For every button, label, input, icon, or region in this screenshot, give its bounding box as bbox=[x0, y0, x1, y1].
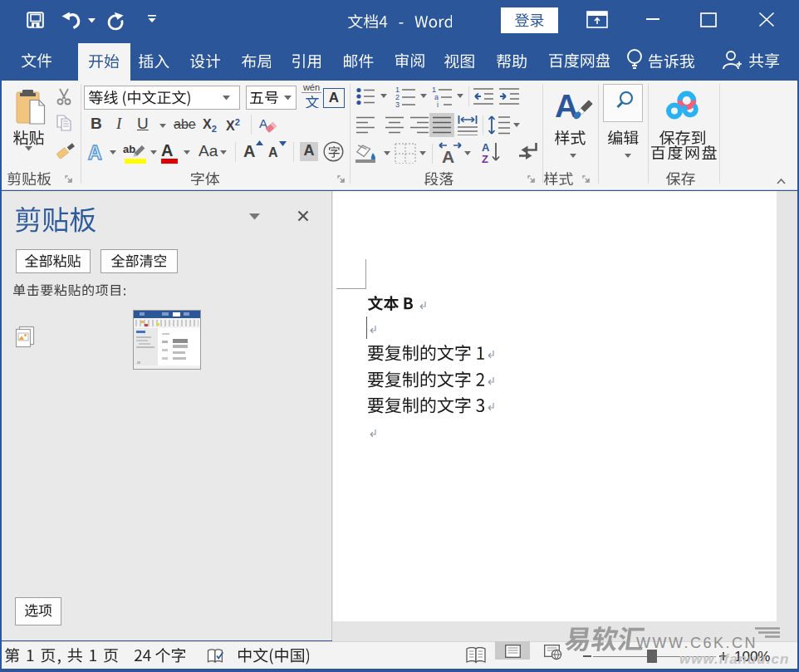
svg-text:A: A bbox=[442, 147, 454, 164]
svg-text:A: A bbox=[482, 141, 490, 154]
svg-text:i: i bbox=[437, 101, 439, 107]
svg-text:3: 3 bbox=[395, 101, 400, 107]
svg-text:Z: Z bbox=[482, 153, 488, 164]
svg-text:ab: ab bbox=[123, 143, 135, 155]
svg-text:A: A bbox=[88, 142, 102, 162]
